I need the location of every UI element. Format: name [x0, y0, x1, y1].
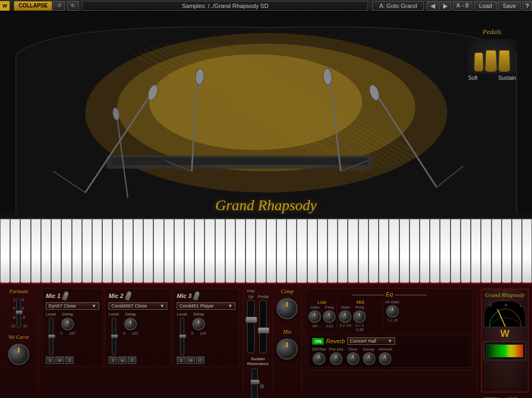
collapse-button[interactable]: COLLAPSE	[14, 1, 52, 11]
redo-button[interactable]: ↻	[67, 1, 79, 11]
mic2-s-button[interactable]: S	[109, 356, 117, 364]
mic3-level-thumb[interactable]	[179, 334, 186, 338]
pre-del-knob[interactable]	[330, 352, 342, 365]
white-key[interactable]	[440, 218, 450, 283]
mic1-type-dropdown[interactable]: Dyn57 Close ▼	[46, 302, 99, 310]
mic3-delay-knob[interactable]	[192, 318, 205, 330]
eq-mid-gain-knob[interactable]	[339, 310, 351, 323]
eq-low-freq-knob[interactable]	[323, 310, 335, 323]
white-key[interactable]	[153, 218, 163, 283]
white-key[interactable]	[184, 218, 194, 283]
mic3-m-button[interactable]: M	[186, 356, 195, 364]
white-key[interactable]	[164, 218, 174, 283]
white-key[interactable]	[410, 218, 420, 283]
reverb-time-knob[interactable]	[347, 352, 359, 365]
mic1-s-button[interactable]: S	[46, 356, 54, 364]
white-key[interactable]	[266, 218, 276, 283]
white-key[interactable]	[389, 218, 399, 283]
vel-curve-knob[interactable]	[8, 344, 29, 365]
white-key[interactable]	[307, 218, 317, 283]
middle-pedal[interactable]	[485, 51, 497, 72]
white-key[interactable]	[358, 218, 369, 283]
ab-button[interactable]: A→B	[453, 1, 472, 11]
white-key[interactable]	[10, 218, 20, 283]
white-key[interactable]	[20, 218, 30, 283]
soft-pedal[interactable]	[474, 53, 483, 71]
white-key[interactable]	[51, 218, 61, 283]
white-key[interactable]	[31, 218, 41, 283]
white-key[interactable]	[328, 218, 338, 283]
mic1-delay-knob[interactable]	[61, 318, 74, 330]
white-key[interactable]	[369, 218, 379, 283]
mic3-slash-button[interactable]: ∅	[196, 356, 204, 364]
formant-thumb[interactable]	[15, 310, 23, 314]
mix-knob[interactable]	[276, 338, 298, 360]
white-key[interactable]	[225, 218, 235, 283]
white-key[interactable]	[399, 218, 410, 283]
mic2-delay-knob[interactable]	[124, 318, 137, 330]
eq-hi-gain-knob[interactable]	[386, 305, 399, 318]
help-button[interactable]: ?	[522, 1, 532, 11]
hi-shelf-knob[interactable]	[379, 352, 391, 365]
white-key[interactable]	[522, 218, 532, 283]
white-key[interactable]	[204, 218, 215, 283]
white-key[interactable]	[461, 218, 471, 283]
white-key[interactable]	[245, 218, 256, 283]
reverb-damp-knob[interactable]	[363, 352, 375, 365]
white-key[interactable]	[492, 218, 502, 283]
white-key[interactable]	[471, 218, 481, 283]
mic1-level-thumb[interactable]	[48, 334, 55, 338]
white-key[interactable]	[133, 218, 143, 283]
white-key[interactable]	[72, 218, 82, 283]
mic1-m-button[interactable]: M	[55, 356, 64, 364]
white-key[interactable]	[276, 218, 287, 283]
mic3-s-button[interactable]: S	[177, 356, 185, 364]
white-key[interactable]	[174, 218, 184, 283]
white-key[interactable]	[256, 218, 266, 283]
eq-mid-freq-knob[interactable]	[353, 310, 366, 323]
er-tail-knob[interactable]	[313, 352, 325, 365]
white-key[interactable]	[297, 218, 307, 283]
eq-low-gain-knob[interactable]	[308, 310, 321, 323]
mic2-type-dropdown[interactable]: Cond4007 Close ▼	[109, 302, 167, 310]
white-key[interactable]	[112, 218, 122, 283]
white-key[interactable]	[143, 218, 153, 283]
white-key[interactable]	[61, 218, 71, 283]
save-button[interactable]: Save	[498, 1, 521, 11]
next-button[interactable]: ▶	[439, 1, 451, 11]
white-key[interactable]	[92, 218, 102, 283]
white-key[interactable]	[235, 218, 245, 283]
pedal-thumb[interactable]	[258, 327, 269, 334]
white-key[interactable]	[379, 218, 389, 283]
white-key[interactable]	[338, 218, 348, 283]
white-key[interactable]	[512, 218, 522, 283]
white-key[interactable]	[502, 218, 512, 283]
sustain-pedal[interactable]	[498, 51, 510, 72]
sustain-resonance-fader[interactable]	[251, 368, 258, 398]
mic2-m-button[interactable]: M	[118, 356, 127, 364]
formant-fader[interactable]	[17, 298, 21, 328]
white-key[interactable]	[348, 218, 358, 283]
mic2-level-fader[interactable]	[112, 318, 116, 355]
white-key[interactable]	[123, 218, 133, 283]
pedal-fader[interactable]	[259, 300, 267, 353]
reverb-type-dropdown[interactable]: Concert Hall ▼	[347, 337, 395, 345]
load-button[interactable]: Load	[474, 1, 496, 11]
white-key[interactable]	[41, 218, 51, 283]
white-key[interactable]	[215, 218, 225, 283]
white-key[interactable]	[430, 218, 440, 283]
key-up-thumb[interactable]	[245, 317, 257, 323]
comp-knob[interactable]	[276, 298, 298, 319]
mic1-slash-button[interactable]: ∅	[65, 356, 73, 364]
white-key[interactable]	[420, 218, 430, 283]
goto-grand-button[interactable]: A: Goto Grand	[372, 1, 424, 11]
mic3-type-dropdown[interactable]: Cond451 Player ▼	[177, 302, 235, 310]
white-key[interactable]	[451, 218, 461, 283]
white-key[interactable]	[317, 218, 328, 283]
reverb-on-button[interactable]: ON	[312, 338, 324, 345]
mic2-slash-button[interactable]: ∅	[128, 356, 136, 364]
white-key[interactable]	[82, 218, 92, 283]
key-up-fader[interactable]	[247, 300, 255, 353]
sustain-resonance-thumb[interactable]	[250, 379, 260, 385]
mic2-level-thumb[interactable]	[111, 334, 118, 338]
